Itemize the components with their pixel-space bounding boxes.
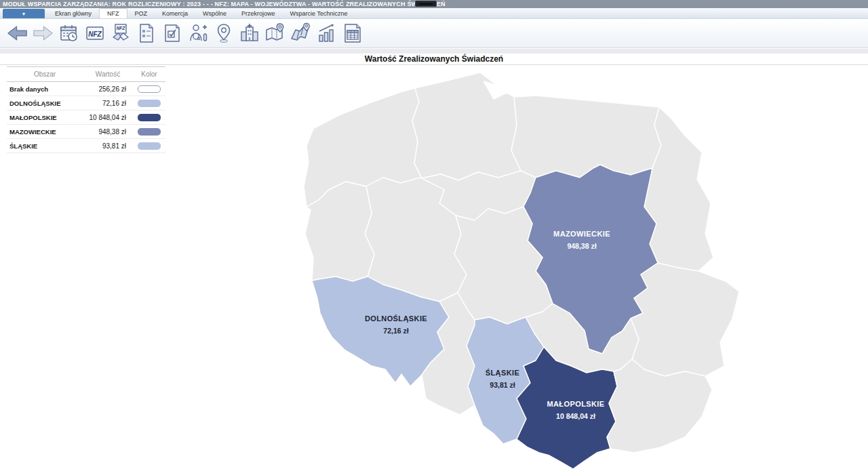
legend-row[interactable]: MAZOWIECKIE948,38 zł bbox=[7, 125, 165, 139]
doctor-button[interactable] bbox=[186, 21, 210, 46]
ribbon-tab-strip: ▼ Ekran głównyNFZPOZKomercjaWspólnePrzek… bbox=[0, 8, 868, 19]
legend-color-swatch bbox=[138, 85, 161, 93]
screen-notch-widget bbox=[415, 1, 437, 7]
report-list-icon bbox=[136, 22, 157, 44]
tab-poz[interactable]: POZ bbox=[127, 8, 155, 18]
legend-color-cell bbox=[133, 110, 165, 125]
map-label-malopolskie: MAŁOPOLSKIE bbox=[547, 400, 604, 408]
poland-map: MAZOWIECKIE948,38 złDOLNOŚLĄSKIE72,16 zł… bbox=[288, 66, 756, 471]
nfz-agreement-button[interactable]: NFZ bbox=[108, 21, 132, 46]
content-separator bbox=[0, 49, 868, 54]
legend-color-cell bbox=[133, 139, 165, 153]
legend-col-area: Obszar bbox=[7, 67, 83, 82]
hospital-button[interactable] bbox=[237, 21, 261, 46]
legend-color-swatch bbox=[138, 128, 161, 136]
calendar-clock-icon bbox=[58, 22, 80, 44]
legend-value: 256,26 zł bbox=[83, 82, 133, 96]
forward-arrow-icon bbox=[31, 23, 55, 43]
back-arrow-icon bbox=[5, 23, 29, 43]
report-list-button[interactable] bbox=[134, 21, 158, 46]
folded-map-icon bbox=[290, 22, 313, 44]
legend-area-label: DOLNOŚLĄSKIE bbox=[7, 96, 83, 110]
legend-color-cell bbox=[133, 125, 165, 139]
spreadsheet-button[interactable] bbox=[340, 21, 364, 46]
map-label-dolnoslaskie: DOLNOŚLĄSKIE bbox=[365, 314, 427, 323]
chevron-down-icon: ▼ bbox=[22, 12, 26, 16]
spreadsheet-icon bbox=[341, 22, 364, 44]
toolbar: NFZ NFZ bbox=[0, 19, 868, 48]
tab-nfz[interactable]: NFZ bbox=[99, 8, 127, 18]
location-button[interactable] bbox=[212, 21, 235, 46]
bar-chart-icon bbox=[315, 22, 338, 44]
legend-area-label: MAZOWIECKIE bbox=[7, 125, 83, 139]
nfz-logo-text: NFZ bbox=[88, 30, 102, 38]
legend-row[interactable]: MAŁOPOLSKIE10 848,04 zł bbox=[7, 110, 165, 125]
report-check-button[interactable] bbox=[160, 21, 184, 46]
legend-color-swatch bbox=[138, 100, 161, 107]
map-value-mazowieckie: 948,38 zł bbox=[567, 242, 596, 250]
app-window: { "window": { "title": "MODUŁ WSPARCIA Z… bbox=[0, 0, 868, 471]
map-pin-button[interactable] bbox=[263, 21, 287, 46]
legend-area-label: ŚLĄSKIE bbox=[7, 139, 83, 153]
legend-table: Obszar Wartość Kolor Brak danych256,26 z… bbox=[7, 66, 165, 153]
legend-col-color: Kolor bbox=[133, 67, 165, 82]
map-pin-icon bbox=[264, 22, 287, 44]
back-button[interactable] bbox=[5, 21, 29, 46]
legend-value: 10 848,04 zł bbox=[83, 110, 133, 125]
legend-color-swatch bbox=[138, 114, 161, 121]
location-pin-icon bbox=[213, 22, 235, 44]
report-check-icon bbox=[161, 22, 183, 44]
legend-area-label: MAŁOPOLSKIE bbox=[7, 110, 83, 125]
region-warminsko-mazurskie[interactable] bbox=[511, 96, 661, 178]
window-title: MODUŁ WSPARCIA ZARZĄDZANIA: ROK ROZLICZE… bbox=[3, 1, 446, 7]
map-value-dolnoslaskie: 72,16 zł bbox=[383, 327, 408, 335]
hospital-icon bbox=[239, 22, 260, 44]
region-lubelskie[interactable] bbox=[631, 263, 739, 376]
nfz-button[interactable]: NFZ bbox=[83, 21, 106, 46]
tab-wsparcie-techniczne[interactable]: Wsparcie Techniczne bbox=[283, 8, 355, 18]
doctor-add-icon bbox=[186, 22, 210, 44]
legend-body: Brak danych256,26 złDOLNOŚLĄSKIE72,16 zł… bbox=[7, 82, 165, 153]
tab-ekran-główny[interactable]: Ekran główny bbox=[47, 8, 99, 18]
map-value-malopolskie: 10 848,04 zł bbox=[556, 412, 595, 420]
legend-color-cell bbox=[133, 82, 165, 96]
chart-button[interactable] bbox=[315, 21, 338, 46]
legend-color-cell bbox=[133, 96, 165, 110]
map-value-slaskie: 93,81 zł bbox=[490, 381, 515, 389]
legend-value: 93,81 zł bbox=[83, 139, 133, 153]
calendar-button[interactable] bbox=[57, 21, 81, 46]
tab-komercja[interactable]: Komercja bbox=[155, 8, 195, 18]
nfz-agreement-text: NFZ bbox=[116, 26, 125, 30]
title-divider bbox=[0, 64, 868, 65]
nfz-agreement-icon: NFZ bbox=[110, 22, 132, 44]
legend-row[interactable]: Brak danych256,26 zł bbox=[7, 82, 165, 96]
legend-header: Obszar Wartość Kolor bbox=[7, 67, 165, 82]
region-pomorskie[interactable] bbox=[412, 73, 521, 180]
legend-row[interactable]: DOLNOŚLĄSKIE72,16 zł bbox=[7, 96, 165, 110]
map-label-slaskie: ŚLĄSKIE bbox=[486, 369, 519, 377]
folded-map-button[interactable] bbox=[289, 21, 313, 46]
legend-row[interactable]: ŚLĄSKIE93,81 zł bbox=[7, 139, 165, 153]
forward-button[interactable] bbox=[31, 21, 55, 46]
map-label-mazowieckie: MAZOWIECKIE bbox=[553, 230, 610, 238]
ribbon-dropdown-button[interactable]: ▼ bbox=[3, 9, 45, 18]
tab-przekrojowe[interactable]: Przekrojowe bbox=[234, 8, 283, 18]
legend-color-swatch bbox=[138, 142, 161, 150]
page-title: Wartość Zrealizowanych Świadczeń bbox=[0, 54, 868, 64]
legend-value: 948,38 zł bbox=[83, 125, 133, 139]
tab-wspólne[interactable]: Wspólne bbox=[195, 8, 234, 18]
nfz-logo-icon: NFZ bbox=[84, 22, 106, 44]
tab-strip: Ekran głównyNFZPOZKomercjaWspólnePrzekro… bbox=[47, 8, 355, 18]
legend-value: 72,16 zł bbox=[83, 96, 133, 110]
legend-col-value: Wartość bbox=[83, 67, 133, 82]
legend-area-label: Brak danych bbox=[7, 82, 83, 96]
